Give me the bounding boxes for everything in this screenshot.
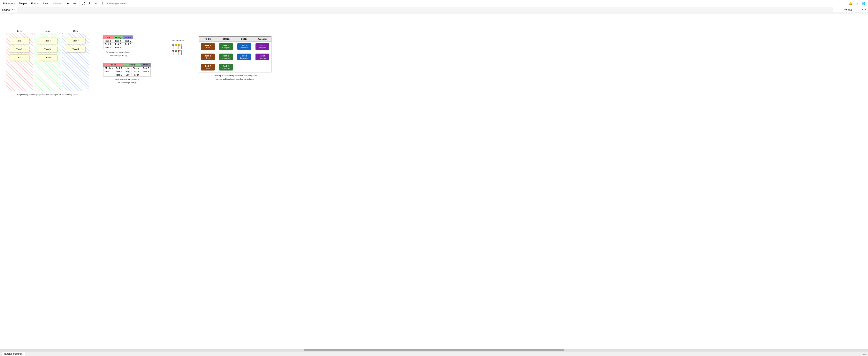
sticky-task-6[interactable]: Task 6 [38,54,57,61]
tab-bar: kanban-examples + 70% [0,351,868,356]
pin-stem-1 [173,46,174,49]
pin-yellow-2 [181,44,182,46]
share-icon[interactable]: ↗ [855,1,860,6]
shapes-menu[interactable]: Shapes [17,2,29,5]
list-todo-2: Task 2 [103,43,113,46]
kt-cell-todo-2: Task 1New [199,52,217,62]
pin-green-1 [172,44,174,46]
sticky-task-2[interactable]: Task 2 [10,46,29,53]
fullscreen-button[interactable]: ⛶ [81,1,86,6]
entity-done-task-2: Task 8 [141,70,151,73]
list-row-1: Task 1 Task 4 Task 7 [103,39,133,43]
kt-cell-done-1: Task 7Completed [235,41,253,52]
tab-kanban-examples[interactable]: kanban-examples [2,352,25,356]
format-menu[interactable]: Format [30,2,41,5]
sticky-task-4[interactable]: Task 4 [38,38,57,44]
dark-mode-button[interactable]: ☽ [99,1,105,6]
col-doing: Task 4 Task 5 Task 6 [34,33,61,91]
pin-col-2 [175,44,177,55]
pin-red-2 [178,50,180,52]
pin-col-3 [178,44,180,55]
entity-done-task-3 [141,73,151,76]
shapes-panel-close[interactable]: × [14,8,16,11]
diagram-menu[interactable]: Diagram ▾ [2,2,17,5]
pin-orange-1 [178,44,180,46]
template-table: TO DO DOING DONE Accepted Task 3New [199,36,272,72]
entity-doing-task-3: Task 6 [131,73,141,76]
shapes-panel-title: Shapes [2,8,10,11]
insert-menu[interactable]: Insert [41,2,51,5]
entity-header-doing: Doing [124,63,141,67]
kt-cell-doing-1: Task 4In progress [217,41,235,52]
kt-card-task8-accepted[interactable]: Task 8Accepted [255,54,269,60]
entity-row-3: Task 3 Low Task 6 [103,73,151,76]
tab-label: kanban-examples [4,353,23,355]
pin-stem-7 [181,46,182,49]
entity-todo-pri-1: Medium [103,67,114,70]
list-todo-1: Task 1 [103,39,113,43]
pin-col-4 [181,44,182,55]
kt-header-todo: TO DO [199,37,217,41]
zoom-in-button[interactable]: + [87,1,92,6]
canvas[interactable]: To do Doing Done Task 1 Task 2 Task 3 Ta… [0,14,868,351]
vote-section: Vote/Prioritise [172,39,184,56]
kt-card-task3[interactable]: Task 3New [201,43,215,50]
entity-todo-task-3: Task 3 [114,73,124,76]
kt-card-task5[interactable]: Task 5In progress [219,54,233,60]
kt-card-task6[interactable]: Task 6In progress [219,64,233,70]
entity-header-done: Done [141,63,151,67]
kt-cell-done-2: Task 8Completed [235,52,253,62]
list-kanban-section: To do Doing Done Task 1 Task 4 Task 7 Ta… [103,35,133,57]
entity-header-todo: To do [103,63,124,67]
sticky-task-3[interactable]: Task 3 [10,54,29,61]
pin-red-1 [172,50,174,52]
format-panel-close[interactable]: × [865,8,866,11]
sticky-task-8[interactable]: Task 8 [66,46,85,53]
pin-col-1 [172,44,174,55]
entity-todo-task-2: Task 2 [114,70,124,73]
template-kanban-section: TO DO DOING DONE Accepted Task 3New [199,36,272,80]
notifications-icon[interactable]: 🔔 [848,1,853,6]
sticky-task-1[interactable]: Task 1 [10,38,29,44]
entity-kanban-caption: Table shapes from the Entity Relation sh… [103,78,151,84]
pin-stem-8 [181,52,182,55]
list-doing-2: Task 5 [113,43,123,46]
kt-card-task1[interactable]: Task 1New [201,54,215,60]
list-header-todo: To do [103,36,113,39]
vote-label: Vote/Prioritise [172,39,184,42]
delete-button[interactable]: Delete [52,2,62,5]
list-row-3: Task 3 Task 6 [103,46,133,49]
zoom-out-button[interactable]: − [93,1,98,6]
kt-card-task8-done[interactable]: Task 8Completed [237,54,251,60]
entity-done-task-1: Task 7 [141,67,151,70]
kt-card-task4[interactable]: Task 4In progress [219,43,233,50]
sticky-task-5[interactable]: Task 5 [38,46,57,53]
pin-stem-2 [173,52,174,55]
kt-card-task7-done[interactable]: Task 7Completed [237,43,251,50]
shapes-panel: Shapes ▾ × [0,7,17,12]
undo-button[interactable]: ↩ [65,1,71,6]
kt-cell-done-3 [235,62,253,72]
entity-doing-task-1: Task 4 [131,67,141,70]
sticky-task-7[interactable]: Task 7 [66,38,85,44]
scrollbar-thumb[interactable] [304,349,564,351]
list-todo-3: Task 3 [103,46,113,49]
kt-row-2: Task 1New Task 5In progress Task 8Comple… [199,52,272,62]
kt-card-task2[interactable]: Task 2New [201,64,215,70]
entity-kanban-section: To do Doing Done Medium Task 1 High Task… [103,63,151,84]
scrollbar-area[interactable] [0,349,868,351]
list-done-3 [123,46,133,49]
col-label-done: Done [62,30,89,33]
list-done-2: Task 8 [123,43,133,46]
format-panel-header: Format ▾ × [833,7,868,12]
col-label-doing: Doing [34,30,61,33]
entity-row-1: Medium Task 1 High Task 4 Task 7 [103,67,151,70]
add-tab-button[interactable]: + [25,352,29,356]
list-done-1: Task 7 [123,39,133,43]
kt-card-task7-accepted[interactable]: Task 7Accepted [255,43,269,50]
kt-cell-todo-3: Task 2New [199,62,217,72]
redo-button[interactable]: ↪ [72,1,77,6]
list-header-doing: Doing [113,36,123,39]
globe-icon[interactable]: 🌐 [861,1,866,6]
entity-todo-pri-2: Low [103,70,114,73]
